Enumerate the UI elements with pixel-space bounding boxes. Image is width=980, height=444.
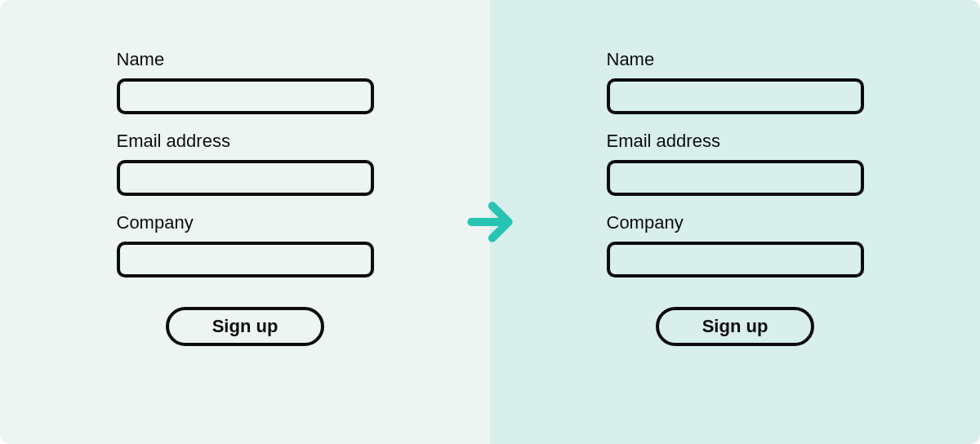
arrow-right-icon xyxy=(462,194,518,250)
email-label: Email address xyxy=(607,131,864,152)
name-input[interactable] xyxy=(117,78,374,114)
button-wrap: Sign up xyxy=(117,307,374,346)
email-input[interactable] xyxy=(607,160,864,196)
field-group-company: Company xyxy=(607,212,864,278)
field-group-name: Name xyxy=(607,49,864,114)
name-input[interactable] xyxy=(607,78,864,114)
button-wrap: Sign up xyxy=(607,307,864,346)
field-group-company: Company xyxy=(117,212,374,278)
company-label: Company xyxy=(607,212,864,233)
panel-before: Name Email address Company Sign up xyxy=(0,0,490,444)
field-group-email: Email address xyxy=(607,131,864,196)
signup-button[interactable]: Sign up xyxy=(166,307,324,346)
field-group-email: Email address xyxy=(117,131,374,196)
name-label: Name xyxy=(607,49,864,70)
signup-form-right: Name Email address Company Sign up xyxy=(607,49,864,346)
company-label: Company xyxy=(117,212,374,233)
company-input[interactable] xyxy=(117,242,374,278)
name-label: Name xyxy=(117,49,374,70)
company-input[interactable] xyxy=(607,242,864,278)
panel-after: Name Email address Company Sign up xyxy=(490,0,980,444)
email-label: Email address xyxy=(117,131,374,152)
signup-button[interactable]: Sign up xyxy=(656,307,814,346)
email-input[interactable] xyxy=(117,160,374,196)
field-group-name: Name xyxy=(117,49,374,114)
signup-form-left: Name Email address Company Sign up xyxy=(117,49,374,346)
